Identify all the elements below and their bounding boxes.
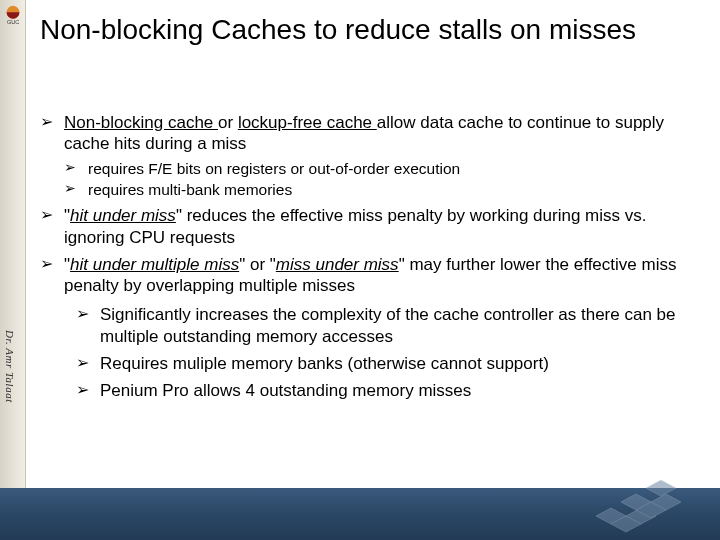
bullet-1-sub-1: requires F/E bits on registers or out-of…: [64, 159, 695, 178]
svg-marker-8: [646, 480, 676, 496]
svg-text:GUC: GUC: [7, 19, 19, 25]
bullet-2: "hit under miss" reduces the effective m…: [40, 205, 695, 248]
bullet-4-sub-2: Requires muliple memory banks (otherwise…: [76, 353, 695, 374]
bullet-3: "hit under multiple miss" or "miss under…: [40, 254, 695, 297]
bullet-1-sub-2: requires multi-bank memories: [64, 180, 695, 199]
slide-content: Non-blocking cache or lockup-free cache …: [40, 112, 695, 407]
term-hit-under-multiple-miss: hit under multiple miss: [70, 255, 239, 274]
slide: GUC Dr. Amr Talaat Non-blocking Caches t…: [0, 0, 720, 540]
author-label: Dr. Amr Talaat: [4, 330, 16, 403]
footer-graphic-icon: [576, 478, 696, 538]
bullet-4-sub-3: Penium Pro allows 4 outstanding memory m…: [76, 380, 695, 401]
left-band: [0, 0, 26, 540]
term-miss-under-miss: miss under miss: [276, 255, 399, 274]
term-hit-under-miss: hit under miss: [70, 206, 176, 225]
term-nonblocking-cache: Non-blocking cache: [64, 113, 218, 132]
bullet-1: Non-blocking cache or lockup-free cache …: [40, 112, 695, 199]
text: " or ": [239, 255, 276, 274]
term-lockup-free-cache: lockup-free cache: [238, 113, 377, 132]
text: or: [218, 113, 238, 132]
slide-title: Non-blocking Caches to reduce stalls on …: [40, 14, 690, 46]
bullet-4-sub-1: Significantly increases the complexity o…: [76, 304, 695, 347]
guc-logo-icon: GUC: [2, 4, 24, 26]
sub-block: Significantly increases the complexity o…: [76, 304, 695, 401]
